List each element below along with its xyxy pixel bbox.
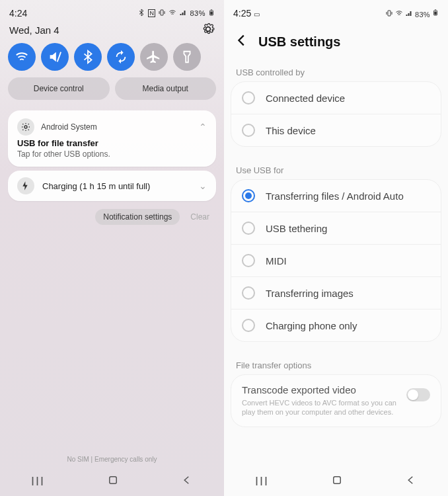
- svg-rect-0: [161, 10, 163, 15]
- quick-settings-row: [0, 43, 224, 77]
- media-output-button[interactable]: Media output: [115, 77, 217, 100]
- notification-settings-button[interactable]: Notification settings: [95, 209, 180, 225]
- charging-text: Charging (1 h 15 m until full): [42, 181, 150, 191]
- option-this-device[interactable]: This device: [231, 114, 441, 146]
- radio-icon: [242, 286, 255, 300]
- option-label: Transferring images: [266, 288, 354, 299]
- nav-bar: III: [0, 467, 224, 496]
- vibrate-icon: [158, 9, 166, 18]
- chevron-down-icon: ⌄: [199, 181, 207, 191]
- status-icons: N 83%: [137, 8, 215, 19]
- status-time: 4:24: [9, 8, 27, 19]
- option-charging-only[interactable]: Charging phone only: [231, 310, 441, 341]
- bluetooth-toggle[interactable]: [74, 43, 102, 71]
- wifi-icon: [168, 9, 176, 18]
- device-control-button[interactable]: Device control: [8, 77, 110, 100]
- notification-shade-screen: 4:24 N 83% Wed, Jan 4: [0, 0, 224, 496]
- radio-icon: [242, 189, 255, 202]
- usb-settings-screen: 4:25 ▭ 83% USB settings USB controlled b…: [224, 0, 448, 496]
- gear-badge-icon: [17, 118, 34, 136]
- header: USB settings: [224, 21, 448, 58]
- option-label: MIDI: [266, 255, 287, 267]
- date-text: Wed, Jan 4: [9, 24, 59, 36]
- nav-bar: III: [224, 467, 448, 496]
- back-button[interactable]: [181, 474, 193, 489]
- controlled-by-card: Connected device This device: [231, 81, 441, 147]
- transcode-title: Transcode exported video: [242, 384, 398, 395]
- settings-icon[interactable]: [202, 22, 215, 38]
- option-transferring-files[interactable]: Transferring files / Android Auto: [231, 180, 441, 212]
- flashlight-toggle[interactable]: [173, 43, 201, 71]
- battery-text: 83%: [415, 11, 430, 19]
- autorotate-toggle[interactable]: [107, 43, 135, 71]
- usb-notification[interactable]: Android System ⌃ USB for file transfer T…: [8, 110, 216, 167]
- radio-icon: [242, 254, 255, 267]
- svg-rect-2: [211, 9, 212, 10]
- transcode-card[interactable]: Transcode exported video Convert HEVC vi…: [231, 374, 441, 427]
- option-connected-device[interactable]: Connected device: [231, 82, 441, 114]
- vibrate-icon: [385, 11, 395, 19]
- back-icon[interactable]: [235, 33, 249, 50]
- radio-icon: [242, 124, 255, 137]
- transcode-switch[interactable]: [406, 388, 430, 401]
- back-button[interactable]: [405, 474, 417, 489]
- date-row: Wed, Jan 4: [0, 20, 224, 43]
- wifi-icon: [395, 11, 405, 19]
- battery-icon: [208, 8, 215, 19]
- radio-icon: [242, 222, 255, 235]
- section-label-ft-options: File transfer options: [224, 351, 448, 374]
- wifi-toggle[interactable]: [8, 43, 36, 71]
- battery-text: 83%: [190, 9, 205, 17]
- signal-icon: [405, 11, 415, 19]
- svg-point-4: [24, 126, 27, 128]
- svg-rect-5: [110, 477, 117, 484]
- recents-button[interactable]: III: [31, 475, 45, 489]
- qs-buttons-row: Device control Media output: [0, 77, 224, 106]
- svg-rect-9: [434, 11, 436, 15]
- option-label: Charging phone only: [266, 320, 357, 331]
- option-transferring-images[interactable]: Transferring images: [231, 277, 441, 310]
- notif-actions: Notification settings Clear: [0, 205, 224, 229]
- radio-icon: [242, 319, 255, 332]
- status-icons: 83%: [385, 8, 439, 19]
- notif-title: USB for file transfer: [17, 138, 207, 148]
- bluetooth-icon: [137, 9, 145, 18]
- charging-notification[interactable]: Charging (1 h 15 m until full) ⌄: [8, 171, 216, 201]
- section-label-use-for: Use USB for: [224, 156, 448, 179]
- section-label-controlled: USB controlled by: [224, 58, 448, 81]
- no-sim-label: No SIM | Emergency calls only: [0, 456, 224, 463]
- mute-toggle[interactable]: [41, 43, 69, 71]
- status-bar: 4:25 ▭ 83%: [224, 0, 448, 21]
- status-bar: 4:24 N 83%: [0, 0, 224, 20]
- option-label: This device: [266, 125, 316, 136]
- svg-rect-8: [435, 9, 436, 10]
- option-midi[interactable]: MIDI: [231, 245, 441, 277]
- clear-button[interactable]: Clear: [186, 209, 213, 225]
- svg-rect-3: [210, 11, 212, 15]
- transcode-desc: Convert HEVC videos to AVC format so you…: [242, 398, 398, 417]
- battery-icon: [432, 11, 439, 19]
- use-for-card: Transferring files / Android Auto USB te…: [231, 179, 441, 342]
- svg-rect-10: [334, 477, 341, 484]
- notif-app-label: Android System: [41, 122, 97, 132]
- option-label: Connected device: [266, 93, 345, 104]
- option-label: USB tethering: [266, 223, 327, 234]
- option-usb-tethering[interactable]: USB tethering: [231, 212, 441, 245]
- recents-button[interactable]: III: [255, 475, 269, 489]
- card-icon: ▭: [254, 11, 260, 18]
- nfc-icon: N: [148, 9, 155, 17]
- option-label: Transferring files / Android Auto: [266, 190, 404, 202]
- svg-rect-6: [388, 11, 391, 16]
- home-button[interactable]: [331, 474, 343, 489]
- radio-icon: [242, 91, 255, 104]
- airplane-toggle[interactable]: [140, 43, 168, 71]
- bolt-icon: [17, 177, 34, 194]
- home-button[interactable]: [107, 474, 119, 489]
- page-title: USB settings: [258, 34, 340, 50]
- notif-subtitle: Tap for other USB options.: [17, 149, 207, 159]
- status-time: 4:25 ▭: [233, 8, 260, 19]
- chevron-up-icon: ⌃: [199, 122, 207, 132]
- signal-icon: [179, 9, 187, 18]
